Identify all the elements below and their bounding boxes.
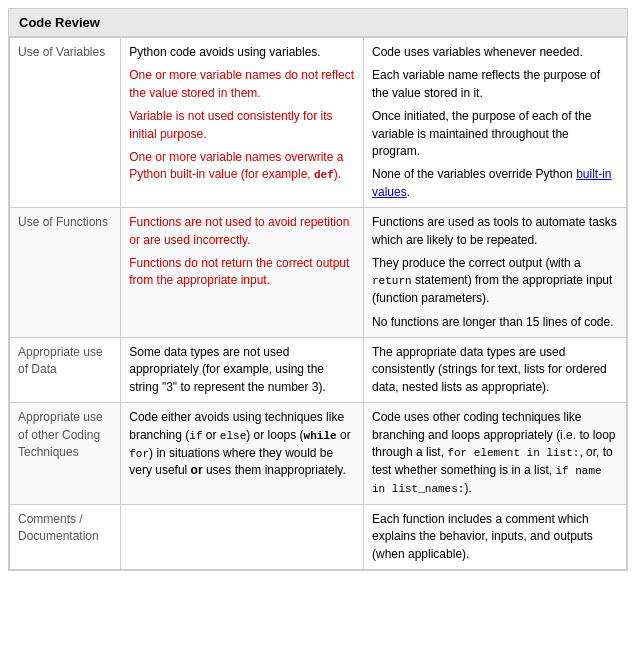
notmet-item: Functions are not used to avoid repetiti… <box>129 214 355 249</box>
met-item: They produce the correct output (with a … <box>372 255 618 308</box>
table-row: Appropriate use of Data Some data types … <box>10 338 627 403</box>
category-cell: Appropriate use of Data <box>10 338 121 403</box>
met-item: Each variable name reflects the purpose … <box>372 67 618 102</box>
table-row: Comments / Documentation Each function i… <box>10 504 627 569</box>
notmet-cell <box>121 504 364 569</box>
met-item: Once initiated, the purpose of each of t… <box>372 108 618 160</box>
met-cell: Each function includes a comment which e… <box>364 504 627 569</box>
notmet-item: One or more variable names do not reflec… <box>129 67 355 102</box>
builtin-values-link[interactable]: built-in values <box>372 167 611 198</box>
notmet-item: Code either avoids using techniques like… <box>129 409 355 480</box>
category-cell: Use of Variables <box>10 38 121 208</box>
table-row: Use of Variables Python code avoids usin… <box>10 38 627 208</box>
category-cell: Comments / Documentation <box>10 504 121 569</box>
met-item: No functions are longer than 15 lines of… <box>372 314 618 331</box>
notmet-item: Some data types are not used appropriate… <box>129 344 355 396</box>
table-title: Code Review <box>9 9 627 37</box>
notmet-cell: Functions are not used to avoid repetiti… <box>121 208 364 338</box>
category-cell: Use of Functions <box>10 208 121 338</box>
notmet-item: Variable is not used consistently for it… <box>129 108 355 143</box>
category-cell: Appropriate use of other Coding Techniqu… <box>10 403 121 505</box>
met-item: Code uses variables whenever needed. <box>372 44 618 61</box>
met-item: Functions are used as tools to automate … <box>372 214 618 249</box>
met-cell: Code uses variables whenever needed. Eac… <box>364 38 627 208</box>
met-cell: The appropriate data types are used cons… <box>364 338 627 403</box>
notmet-item: One or more variable names overwrite a P… <box>129 149 355 184</box>
met-item: The appropriate data types are used cons… <box>372 344 618 396</box>
met-item: Code uses other coding techniques like b… <box>372 409 618 498</box>
code-review-table: Code Review Use of Variables Python code… <box>8 8 628 571</box>
table-row: Appropriate use of other Coding Techniqu… <box>10 403 627 505</box>
met-item: None of the variables override Python bu… <box>372 166 618 201</box>
notmet-cell: Python code avoids using variables. One … <box>121 38 364 208</box>
met-cell: Code uses other coding techniques like b… <box>364 403 627 505</box>
table-row: Use of Functions Functions are not used … <box>10 208 627 338</box>
met-item: Each function includes a comment which e… <box>372 511 618 563</box>
met-cell: Functions are used as tools to automate … <box>364 208 627 338</box>
notmet-item: Functions do not return the correct outp… <box>129 255 355 290</box>
notmet-cell: Code either avoids using techniques like… <box>121 403 364 505</box>
notmet-cell: Some data types are not used appropriate… <box>121 338 364 403</box>
notmet-item: Python code avoids using variables. <box>129 44 355 61</box>
